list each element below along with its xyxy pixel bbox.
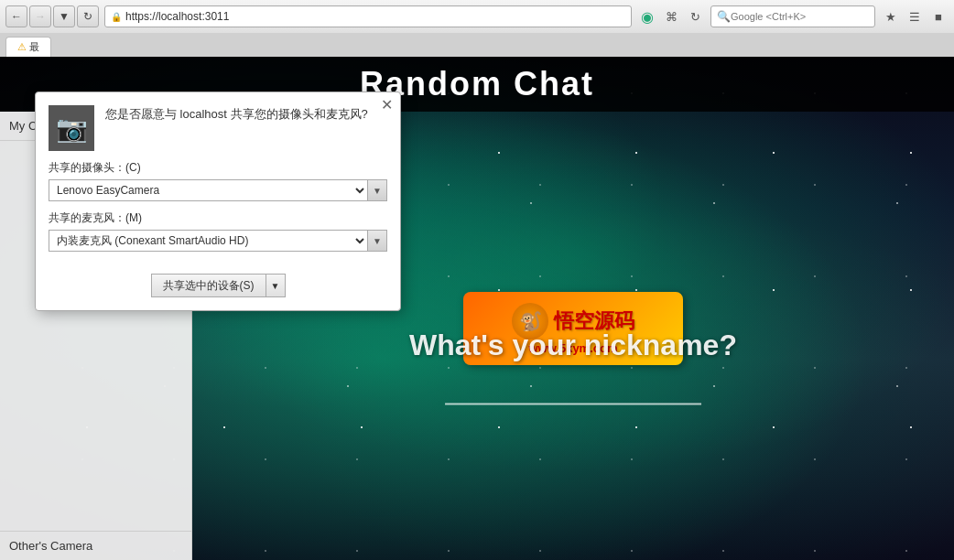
right-toolbar-icons: ★ ☰ ■ xyxy=(881,6,949,27)
lock-icon: 🔒 xyxy=(111,12,122,22)
other-camera-label: Other's Camera xyxy=(0,531,191,560)
browser-chrome: ← → ▼ ↻ 🔒 https://localhost:3011 ◉ ⌘ ↻ 🔍… xyxy=(0,0,954,57)
nickname-section: What's your nickname? xyxy=(409,328,737,405)
toolbar-icons: ◉ ⌘ ↻ xyxy=(637,6,705,27)
camera-select-wrapper: Lenovo EasyCamera ▼ xyxy=(49,179,387,201)
extension-icon[interactable]: ■ xyxy=(928,6,949,27)
reload-icon[interactable]: ↻ xyxy=(685,6,705,27)
camera-icon: 📷 xyxy=(56,113,88,144)
shield-icon: ◉ xyxy=(637,6,657,27)
mic-select-wrapper: 内装麦克风 (Conexant SmartAudio HD) ▼ xyxy=(49,230,387,252)
active-tab[interactable]: ⚠ 最 xyxy=(5,37,51,57)
nickname-input-container xyxy=(409,377,737,405)
dialog-footer: 共享选中的设备(S) ▼ xyxy=(36,274,400,310)
mic-select-arrow[interactable]: ▼ xyxy=(367,230,387,252)
search-bar[interactable]: 🔍 xyxy=(710,5,875,27)
mic-form-group: 共享的麦克风：(M) 内装麦克风 (Conexant SmartAudio HD… xyxy=(49,210,387,252)
dialog-message: 您是否愿意与 localhost 共享您的摄像头和麦克风? xyxy=(105,105,387,124)
address-bar[interactable]: 🔒 https://localhost:3011 xyxy=(104,5,632,27)
menu-icon[interactable]: ☰ xyxy=(905,6,925,27)
tab-label: 最 xyxy=(29,40,39,54)
dialog-header: 📷 您是否愿意与 localhost 共享您的摄像头和麦克风? xyxy=(36,92,400,160)
permission-dialog: ✕ 📷 您是否愿意与 localhost 共享您的摄像头和麦克风? 共享的摄像头… xyxy=(35,92,401,311)
refresh-button[interactable]: ↻ xyxy=(77,5,99,27)
url-text: https://localhost:3011 xyxy=(125,10,625,23)
camera-select[interactable]: Lenovo EasyCamera xyxy=(49,179,367,201)
toolbar: ← → ▼ ↻ 🔒 https://localhost:3011 ◉ ⌘ ↻ 🔍… xyxy=(0,0,954,33)
warning-icon: ⚠ xyxy=(17,41,27,53)
bookmark-icon[interactable]: ★ xyxy=(881,6,901,27)
share-button-arrow[interactable]: ▼ xyxy=(266,274,286,297)
grid-icon[interactable]: ⌘ xyxy=(661,6,681,27)
dialog-body: 共享的摄像头：(C) Lenovo EasyCamera ▼ 共享的麦克风：(M… xyxy=(36,160,400,274)
back-button[interactable]: ← xyxy=(5,5,27,27)
mic-label: 共享的麦克风：(M) xyxy=(49,210,387,226)
camera-icon-box: 📷 xyxy=(49,105,94,151)
history-button[interactable]: ▼ xyxy=(53,5,75,27)
nickname-input[interactable] xyxy=(445,377,701,405)
nickname-question-text: What's your nickname? xyxy=(409,328,737,362)
webpage: Random Chat My C Other's Camera 🐒 悟空源码 w… xyxy=(0,57,954,560)
nav-buttons: ← → ▼ ↻ xyxy=(5,5,99,27)
camera-form-group: 共享的摄像头：(C) Lenovo EasyCamera ▼ xyxy=(49,160,387,201)
mic-select[interactable]: 内装麦克风 (Conexant SmartAudio HD) xyxy=(49,230,367,252)
camera-label: 共享的摄像头：(C) xyxy=(49,160,387,176)
camera-select-arrow[interactable]: ▼ xyxy=(367,179,387,201)
share-button[interactable]: 共享选中的设备(S) xyxy=(151,274,266,297)
forward-button[interactable]: → xyxy=(29,5,51,27)
search-input[interactable] xyxy=(731,11,869,22)
tab-bar: ⚠ 最 xyxy=(0,33,954,57)
search-icon: 🔍 xyxy=(717,10,731,23)
dialog-close-button[interactable]: ✕ xyxy=(381,98,393,113)
